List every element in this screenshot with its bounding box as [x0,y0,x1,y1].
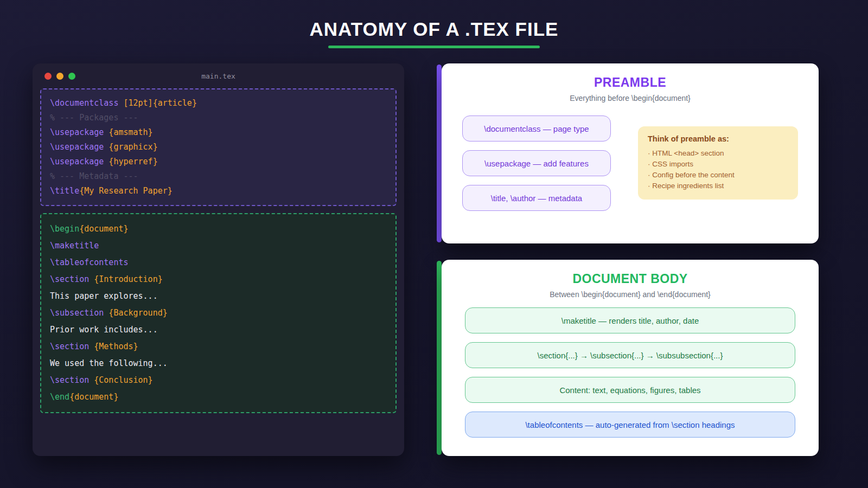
code-line: \end{document} [50,389,387,406]
body-pill: \maketitle — renders title, author, date [465,307,795,333]
code-line: \usepackage {graphicx} [50,140,387,155]
code-line: % --- Packages --- [50,111,387,125]
code-line: \begin{document} [50,221,387,237]
code-line: We used the following... [50,355,387,372]
body-pills: \maketitle — renders title, author, date… [442,299,819,438]
body-pill: \section{...} → \subsection{...} → \subs… [465,342,795,368]
page-title: ANATOMY OF A .TEX FILE [0,20,868,38]
note-item: · Recipe ingredients list [648,181,788,191]
preamble-pill: \usepackage — add features [462,150,611,176]
code-line: Prior work includes... [50,322,387,338]
preamble-pill: \documentclass — page type [462,115,611,142]
page: ANATOMY OF A .TEX FILE main.tex \documen… [0,0,868,488]
code-line: \title{My Research Paper} [50,184,387,198]
body-pill: \tableofcontents — auto-generated from \… [465,412,795,438]
note-item: · Config before the content [648,170,788,181]
preamble-accent-bar [437,65,442,242]
code-line: \documentclass [12pt]{article} [50,96,387,111]
title-underline [328,46,540,48]
code-editor-window: main.tex \documentclass [12pt]{article}%… [33,63,404,456]
body-code: \begin{document}\maketitle\tableofconten… [50,221,387,406]
note-heading: Think of preamble as: [648,134,788,143]
preamble-card-subtitle: Everything before \begin{document} [442,94,819,102]
preamble-card-title: PREAMBLE [442,75,819,90]
code-line: \section {Introduction} [50,271,387,288]
preamble-card-wrap: PREAMBLE Everything before \begin{docume… [437,63,819,243]
code-line: \usepackage {hyperref} [50,155,387,169]
preamble-note-box: Think of preamble as: · HTML <head> sect… [638,126,798,200]
explanation-column: PREAMBLE Everything before \begin{docume… [437,63,819,456]
preamble-pill: \title, \author — metadata [462,185,611,211]
code-line: % --- Metadata --- [50,169,387,184]
editor-titlebar: main.tex [33,63,404,88]
code-line: \section {Methods} [50,338,387,355]
preamble-card-content: \documentclass — page type\usepackage — … [442,102,819,211]
body-accent-bar [437,261,442,455]
preamble-card: PREAMBLE Everything before \begin{docume… [442,63,819,243]
preamble-pills: \documentclass — page type\usepackage — … [462,115,611,211]
document-body-card: DOCUMENT BODY Between \begin{document} a… [442,260,819,456]
code-line: \subsection {Background} [50,305,387,322]
code-line: \section {Conclusion} [50,372,387,389]
code-line: \maketitle [50,237,387,254]
preamble-code-box: \documentclass [12pt]{article}% --- Pack… [40,88,397,206]
note-items: · HTML <head> section· CSS imports· Conf… [648,148,788,191]
note-item: · HTML <head> section [648,148,788,159]
body-pill: Content: text, equations, figures, table… [465,377,795,403]
header: ANATOMY OF A .TEX FILE [0,20,868,48]
code-line: This paper explores... [50,288,387,305]
note-item: · CSS imports [648,159,788,170]
preamble-code: \documentclass [12pt]{article}% --- Pack… [50,96,387,198]
body-card-wrap: DOCUMENT BODY Between \begin{document} a… [437,260,819,456]
code-line: \usepackage {amsmath} [50,125,387,140]
body-card-subtitle: Between \begin{document} and \end{docume… [442,290,819,299]
body-card-title: DOCUMENT BODY [442,272,819,286]
document-body-code-box: \begin{document}\maketitle\tableofconten… [40,213,397,413]
code-line: \tableofcontents [50,254,387,271]
editor-filename: main.tex [33,72,404,80]
